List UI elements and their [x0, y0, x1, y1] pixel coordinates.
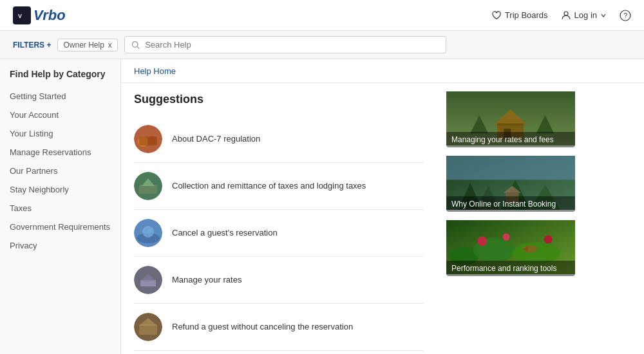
sidebar-title: Find Help by Category [0, 69, 120, 87]
logo-icon: V [13, 6, 31, 24]
logo-container: V Vrbo [13, 6, 66, 24]
content-area: Help Home Suggestions About DA [121, 59, 644, 354]
suggestions-title: Suggestions [134, 93, 424, 106]
user-icon [561, 10, 571, 21]
sidebar-item-privacy[interactable]: Privacy [0, 236, 120, 255]
sidebar-item-getting-started[interactable]: Getting Started [0, 87, 120, 106]
suggestion-item-5[interactable]: Refund a guest without canceling the res… [134, 304, 424, 351]
suggestion-text-3: Cancel a guest's reservation [172, 227, 278, 239]
header-nav: Trip Boards Log in ? [491, 10, 631, 21]
suggestion-item-1[interactable]: About DAC-7 regulation [134, 116, 424, 163]
suggestion-thumb-1 [134, 125, 162, 153]
breadcrumb-link[interactable]: Help Home [134, 66, 176, 76]
search-input[interactable] [145, 40, 439, 50]
feature-card-1[interactable]: Managing your rates and fees [446, 89, 575, 147]
logo-text[interactable]: Vrbo [33, 7, 66, 24]
svg-point-47 [544, 235, 553, 243]
svg-rect-12 [139, 185, 157, 194]
sidebar-item-your-account[interactable]: Your Account [0, 106, 120, 124]
svg-rect-21 [139, 324, 157, 335]
filters-button[interactable]: FILTERS + [13, 41, 51, 50]
feature-card-label-3: Performance and ranking tools [446, 261, 575, 276]
suggestion-item-2[interactable]: Collection and remittance of taxes and l… [134, 163, 424, 210]
feature-card-label-2: Why Online or Instant Booking [446, 196, 575, 212]
feature-card-2[interactable]: Why Online or Instant Booking [446, 154, 575, 212]
sidebar-item-taxes[interactable]: Taxes [0, 199, 120, 218]
login-link[interactable]: Log in [561, 10, 607, 21]
feature-card-label-1: Managing your rates and fees [446, 132, 575, 147]
svg-point-45 [477, 236, 487, 246]
sidebar-item-government-requirements[interactable]: Government Requirements [0, 218, 120, 236]
suggestion-thumb-4 [134, 266, 162, 294]
suggestions-panel: Suggestions About DAC-7 regulation [121, 83, 437, 354]
svg-point-5 [132, 41, 138, 47]
feature-card-3[interactable]: Performance and ranking tools [446, 218, 575, 276]
content-inner: Suggestions About DAC-7 regulation [121, 83, 644, 354]
sidebar-item-manage-reservations[interactable]: Manage Reservations [0, 143, 120, 162]
trip-boards-link[interactable]: Trip Boards [491, 10, 548, 21]
right-panel: Managing your rates and fees [437, 83, 585, 354]
breadcrumb: Help Home [121, 59, 644, 83]
suggestion-text-1: About DAC-7 regulation [172, 133, 260, 145]
owner-help-close[interactable]: x [108, 41, 112, 50]
svg-rect-37 [446, 156, 575, 180]
svg-point-16 [142, 226, 154, 238]
svg-point-46 [502, 234, 509, 241]
svg-text:V: V [18, 13, 22, 19]
suggestion-item-4[interactable]: Manage your rates [134, 257, 424, 304]
chevron-down-icon [600, 12, 607, 19]
trip-boards-label: Trip Boards [505, 10, 548, 20]
suggestion-thumb-5 [134, 313, 162, 341]
question-icon: ? [620, 10, 631, 21]
main-layout: Find Help by Category Getting Started Yo… [0, 59, 644, 354]
sidebar-item-your-listing[interactable]: Your Listing [0, 124, 120, 143]
suggestion-item-3[interactable]: Cancel a guest's reservation [134, 210, 424, 257]
search-box [124, 36, 446, 53]
svg-line-6 [137, 46, 139, 48]
suggestion-text-2: Collection and remittance of taxes and l… [172, 180, 366, 192]
svg-text:?: ? [624, 12, 628, 19]
suggestion-thumb-3 [134, 219, 162, 247]
site-header: V Vrbo Trip Boards Log in ? [0, 0, 644, 31]
svg-point-2 [564, 12, 568, 15]
sidebar-item-stay-neighborly[interactable]: Stay Neighborly [0, 180, 120, 199]
suggestion-text-5: Refund a guest without canceling the res… [172, 321, 353, 333]
help-circle-button[interactable]: ? [620, 10, 631, 21]
search-icon [131, 41, 140, 50]
owner-help-label: Owner Help [63, 41, 104, 50]
suggestion-text-4: Manage your rates [172, 274, 242, 286]
owner-help-tag[interactable]: Owner Help x [57, 39, 117, 51]
svg-rect-10 [139, 136, 157, 145]
sidebar: Find Help by Category Getting Started Yo… [0, 59, 121, 354]
svg-rect-30 [497, 123, 524, 126]
suggestion-thumb-2 [134, 172, 162, 200]
heart-icon [491, 10, 502, 21]
sidebar-item-our-partners[interactable]: Our Partners [0, 162, 120, 180]
filter-bar: FILTERS + Owner Help x [0, 31, 644, 59]
login-label: Log in [574, 10, 597, 20]
